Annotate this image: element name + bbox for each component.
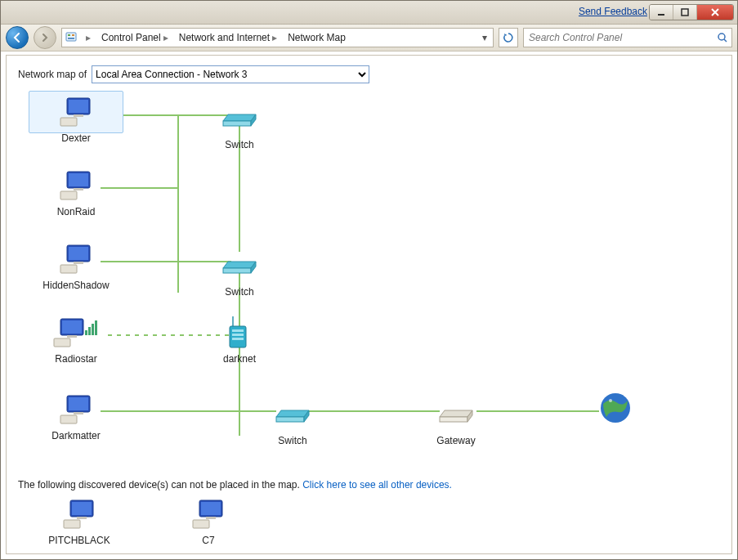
connection-select[interactable]: Local Area Connection - Network 3 (92, 65, 369, 83)
computer-icon (60, 497, 98, 531)
node-darknet[interactable]: darknet (195, 314, 284, 365)
computer-wifi-icon (52, 316, 100, 350)
svg-rect-58 (201, 502, 221, 515)
node-label: HiddenShadow (31, 280, 121, 291)
breadcrumb-item-2[interactable]: Network Map (284, 29, 349, 47)
computer-icon (57, 95, 95, 129)
svg-rect-49 (276, 417, 304, 422)
svg-rect-37 (95, 320, 97, 335)
switch-icon (273, 402, 312, 427)
content-pane: Network map of Local Area Connection - N… (6, 55, 732, 554)
svg-rect-35 (88, 327, 91, 335)
svg-rect-21 (60, 118, 77, 126)
svg-rect-47 (232, 334, 244, 336)
breadcrumb-item-0[interactable]: Control Panel▸ (98, 29, 174, 47)
selector-row: Network map of Local Area Connection - N… (7, 56, 731, 88)
svg-point-52 (609, 399, 612, 402)
node-switch-3[interactable]: Switch (248, 396, 338, 446)
node-label: darknet (195, 353, 284, 365)
svg-rect-0 (658, 14, 664, 16)
window: Send Feedback ▸ Control Panel▸ (0, 0, 738, 560)
node-label: C7 (163, 535, 253, 546)
svg-rect-39 (69, 397, 88, 410)
unplaced-pitchblack[interactable]: PITCHBLACK (34, 495, 124, 546)
unplaced-message: The following discovered device(s) can n… (18, 479, 300, 491)
svg-rect-55 (77, 517, 87, 519)
unplaced-c7[interactable]: C7 (163, 495, 253, 546)
svg-rect-3 (68, 34, 70, 36)
svg-rect-4 (72, 34, 74, 36)
svg-line-7 (724, 39, 727, 42)
node-internet[interactable] (570, 389, 660, 428)
svg-rect-36 (92, 324, 94, 335)
computer-icon (57, 168, 95, 203)
svg-rect-5 (68, 38, 74, 39)
computer-icon (57, 392, 95, 427)
address-dropdown[interactable]: ▾ (478, 32, 491, 43)
node-label: Gateway (411, 435, 501, 446)
send-feedback-link[interactable]: Send Feedback (579, 6, 647, 17)
svg-rect-40 (74, 412, 83, 414)
network-map: Dexter NonRaid HiddenShadow (15, 88, 723, 474)
node-gateway[interactable]: Gateway (411, 396, 501, 446)
node-label: Dexter (31, 132, 121, 144)
node-label: Switch (248, 435, 338, 446)
forward-button[interactable] (34, 26, 56, 49)
svg-rect-20 (74, 114, 83, 117)
node-nonraid[interactable]: NonRaid (31, 167, 121, 217)
maximize-button[interactable] (673, 5, 697, 20)
svg-rect-50 (440, 417, 467, 422)
refresh-button[interactable] (499, 28, 518, 47)
svg-rect-23 (69, 173, 88, 186)
globe-icon (598, 391, 633, 425)
search-box[interactable] (523, 28, 732, 47)
svg-rect-42 (223, 121, 251, 126)
node-dexter[interactable]: Dexter (31, 93, 121, 144)
see-all-devices-link[interactable]: Click here to see all other devices. (302, 479, 452, 491)
svg-rect-2 (66, 33, 76, 41)
svg-rect-33 (54, 338, 70, 347)
breadcrumb-bar[interactable]: ▸ Control Panel▸ Network and Internet▸ N… (61, 28, 494, 47)
svg-rect-45 (230, 326, 246, 347)
breadcrumb-root-chevron[interactable]: ▸ (80, 29, 96, 47)
node-radiostar[interactable]: Radiostar (31, 314, 121, 365)
back-button[interactable] (6, 26, 29, 49)
navbar: ▸ Control Panel▸ Network and Internet▸ N… (1, 25, 737, 52)
svg-rect-54 (72, 502, 92, 515)
svg-rect-1 (682, 9, 688, 16)
svg-rect-25 (60, 191, 77, 199)
node-darkmatter[interactable]: Darkmatter (31, 391, 121, 441)
node-hiddenshadow[interactable]: HiddenShadow (31, 240, 121, 291)
svg-rect-41 (60, 415, 77, 423)
node-switch-1[interactable]: Switch (195, 100, 284, 150)
close-button[interactable] (697, 5, 733, 20)
svg-rect-59 (206, 517, 216, 519)
svg-rect-27 (69, 247, 88, 260)
search-input[interactable] (527, 31, 717, 44)
minimize-button[interactable] (650, 5, 673, 20)
breadcrumb-item-1[interactable]: Network and Internet▸ (176, 29, 283, 47)
svg-rect-19 (69, 100, 88, 113)
router-icon (223, 315, 256, 351)
node-label: PITCHBLACK (34, 535, 124, 546)
gateway-icon (436, 402, 476, 427)
svg-rect-32 (67, 335, 77, 338)
svg-rect-31 (62, 320, 82, 334)
switch-icon (220, 106, 259, 131)
svg-rect-60 (193, 520, 209, 528)
svg-rect-56 (64, 520, 80, 528)
svg-rect-28 (74, 262, 83, 264)
node-label: Darkmatter (31, 430, 121, 441)
computer-icon (57, 242, 95, 276)
window-controls (649, 4, 734, 20)
control-panel-icon (64, 30, 78, 45)
search-icon[interactable] (717, 32, 728, 43)
selector-label: Network map of (18, 69, 87, 80)
node-switch-2[interactable]: Switch (195, 247, 284, 298)
node-label: Switch (195, 139, 284, 150)
titlebar: Send Feedback (1, 1, 737, 25)
svg-rect-34 (85, 330, 87, 335)
node-label: Switch (195, 286, 284, 298)
node-label: Radiostar (31, 353, 121, 365)
node-label: NonRaid (31, 206, 121, 217)
